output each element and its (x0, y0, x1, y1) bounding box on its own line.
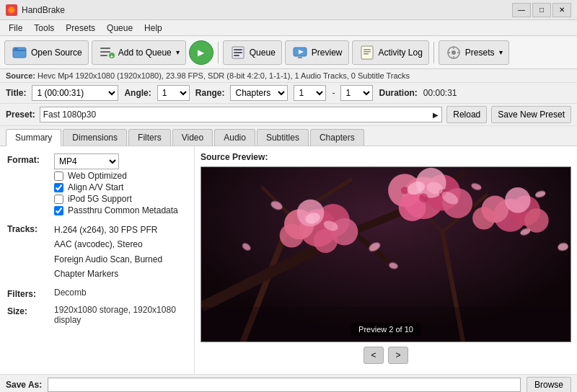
track-item-4: Chapter Markers (54, 267, 162, 281)
duration-value: 00:00:31 (423, 88, 457, 98)
svg-rect-4 (14, 48, 18, 50)
track-item-1: H.264 (x264), 30 FPS PFR (54, 223, 162, 237)
preview-label: Preview (312, 48, 343, 58)
angle-select[interactable]: 1 (157, 85, 190, 101)
svg-point-1 (9, 8, 14, 12)
svg-rect-7 (100, 55, 107, 56)
svg-point-46 (419, 193, 428, 202)
preset-input[interactable]: Fast 1080p30 ▶ (40, 107, 443, 122)
tabs: Summary Dimensions Filters Video Audio S… (0, 126, 577, 146)
title-select[interactable]: 1 (00:00:31) (32, 85, 118, 101)
svg-rect-17 (361, 46, 373, 59)
next-frame-button[interactable]: > (388, 347, 408, 364)
format-select[interactable]: MP4 MKV WebM (54, 153, 119, 169)
open-source-button[interactable]: Open Source (4, 40, 89, 65)
tab-video[interactable]: Video (172, 129, 213, 146)
menu-presets[interactable]: Presets (60, 22, 101, 35)
menu-queue[interactable]: Queue (101, 22, 138, 35)
preset-row: Preset: Fast 1080p30 ▶ Reload Save New P… (0, 104, 577, 126)
angle-label: Angle: (124, 88, 151, 98)
menu-bar: File Tools Presets Queue Help (0, 20, 577, 36)
track-item-2: AAC (avcodec), Stereo (54, 237, 162, 251)
svg-rect-18 (364, 49, 371, 50)
app-title: HandBrake (22, 5, 65, 15)
preset-value: Fast 1080p30 (43, 110, 96, 120)
svg-rect-6 (100, 51, 110, 53)
tab-filters[interactable]: Filters (128, 129, 171, 146)
svg-rect-16 (298, 57, 302, 58)
svg-rect-13 (234, 55, 239, 56)
main-content: Format: MP4 MKV WebM Web Optimized Align… (0, 146, 577, 374)
svg-point-57 (280, 223, 304, 247)
duration-label: Duration: (379, 88, 417, 98)
add-queue-label: Add to Queue (118, 48, 172, 58)
title-bar: HandBrake — □ ✕ (0, 0, 577, 20)
minimize-button[interactable]: — (512, 3, 531, 17)
checkbox-align-av: Align A/V Start (54, 182, 187, 192)
close-button[interactable]: ✕ (552, 3, 571, 17)
size-label: Size: (7, 305, 54, 316)
menu-file[interactable]: File (3, 22, 28, 35)
left-panel: Format: MP4 MKV WebM Web Optimized Align… (0, 146, 195, 374)
svg-rect-12 (234, 52, 242, 53)
svg-rect-19 (364, 51, 371, 53)
size-row: Size: 1920x1080 storage, 1920x1080 displ… (7, 305, 187, 325)
web-optimized-label: Web Optimized (68, 171, 127, 181)
title-label: Title: (6, 88, 26, 98)
start-encode-button[interactable]: ▶ (189, 40, 213, 65)
reload-button[interactable]: Reload (446, 106, 487, 123)
track-item-3: Foreign Audio Scan, Burned (54, 252, 162, 267)
tracks-row: Tracks: H.264 (x264), 30 FPS PFR AAC (av… (7, 223, 187, 282)
window-controls: — □ ✕ (512, 3, 571, 17)
passthru-label: Passthru Common Metadata (68, 205, 178, 215)
passthru-checkbox[interactable] (54, 206, 63, 215)
activity-log-button[interactable]: Activity Log (352, 40, 429, 65)
filters-label: Filters: (7, 288, 54, 299)
preset-arrow-icon: ▶ (433, 111, 439, 119)
preview-controls: < > (201, 342, 571, 368)
separator-1 (218, 42, 219, 63)
size-value: 1920x1080 storage, 1920x1080 display (54, 305, 187, 325)
tab-chapters[interactable]: Chapters (310, 129, 364, 146)
presets-button[interactable]: Presets ▾ (439, 40, 509, 65)
preview-button[interactable]: Preview (285, 40, 349, 65)
tab-summary[interactable]: Summary (6, 129, 61, 146)
preset-label: Preset: (6, 110, 35, 120)
tab-subtitles[interactable]: Subtitles (257, 129, 309, 146)
range-select[interactable]: Chapters (230, 85, 288, 101)
range-to-select[interactable]: 1 (340, 85, 373, 101)
checkbox-ipod: iPod 5G Support (54, 194, 187, 204)
save-as-input[interactable] (48, 378, 521, 392)
save-bar: Save As: Browse (0, 374, 577, 392)
align-av-label: Align A/V Start (68, 182, 123, 192)
range-dash: - (332, 88, 335, 98)
maximize-button[interactable]: □ (532, 3, 551, 17)
presets-icon (445, 44, 462, 61)
app-icon (6, 4, 17, 16)
queue-label: Queue (250, 48, 276, 58)
queue-button[interactable]: Queue (223, 40, 282, 65)
browse-button[interactable]: Browse (527, 377, 571, 393)
open-source-icon (11, 44, 28, 61)
range-from-select[interactable]: 1 (294, 85, 326, 101)
format-row: Format: MP4 MKV WebM Web Optimized Align… (7, 153, 187, 217)
web-optimized-checkbox[interactable] (54, 172, 63, 181)
tracks-label: Tracks: (7, 223, 54, 234)
menu-help[interactable]: Help (138, 22, 168, 35)
add-to-queue-button[interactable]: + Add to Queue ▾ (92, 40, 186, 65)
tab-audio[interactable]: Audio (214, 129, 255, 146)
menu-tools[interactable]: Tools (28, 22, 60, 35)
presets-arrow: ▾ (499, 48, 503, 56)
toolbar: Open Source + Add to Queue ▾ ▶ Queue Pre… (0, 36, 577, 69)
save-new-preset-button[interactable]: Save New Preset (491, 106, 571, 123)
checkbox-web-optimized: Web Optimized (54, 171, 187, 181)
open-source-label: Open Source (31, 48, 82, 58)
ipod-checkbox[interactable] (54, 195, 63, 204)
tab-dimensions[interactable]: Dimensions (63, 129, 127, 146)
activity-log-label: Activity Log (379, 48, 423, 58)
prev-frame-button[interactable]: < (364, 347, 384, 364)
start-encode-icon: ▶ (198, 48, 204, 58)
align-av-checkbox[interactable] (54, 183, 63, 192)
filters-value: Decomb (54, 288, 187, 298)
right-panel: Source Preview: (195, 146, 577, 374)
